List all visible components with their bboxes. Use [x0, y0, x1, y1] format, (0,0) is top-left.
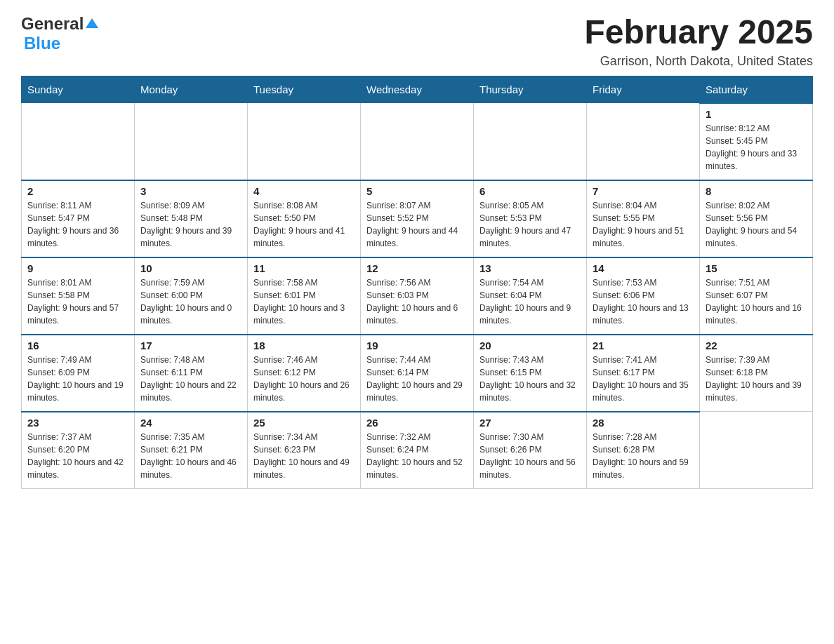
calendar-week-row-2: 2Sunrise: 8:11 AM Sunset: 5:47 PM Daylig… — [22, 180, 813, 257]
logo-general-text: General — [21, 14, 84, 34]
calendar-cell: 19Sunrise: 7:44 AM Sunset: 6:14 PM Dayli… — [361, 335, 474, 412]
calendar-cell: 9Sunrise: 8:01 AM Sunset: 5:58 PM Daylig… — [22, 257, 135, 335]
day-number: 8 — [706, 185, 807, 197]
calendar-cell: 10Sunrise: 7:59 AM Sunset: 6:00 PM Dayli… — [135, 257, 248, 335]
day-info: Sunrise: 7:28 AM Sunset: 6:28 PM Dayligh… — [593, 431, 694, 481]
day-info: Sunrise: 7:53 AM Sunset: 6:06 PM Dayligh… — [593, 276, 694, 327]
calendar-cell — [700, 412, 813, 489]
day-number: 2 — [27, 185, 128, 197]
day-number: 14 — [593, 262, 694, 274]
calendar-cell: 17Sunrise: 7:48 AM Sunset: 6:11 PM Dayli… — [135, 335, 248, 412]
calendar-cell: 6Sunrise: 8:05 AM Sunset: 5:53 PM Daylig… — [474, 180, 587, 257]
calendar-cell — [587, 103, 700, 180]
col-friday: Friday — [587, 76, 700, 103]
day-number: 1 — [706, 108, 807, 120]
day-info: Sunrise: 7:48 AM Sunset: 6:11 PM Dayligh… — [140, 354, 241, 404]
day-info: Sunrise: 8:04 AM Sunset: 5:55 PM Dayligh… — [593, 199, 694, 250]
day-info: Sunrise: 8:11 AM Sunset: 5:47 PM Dayligh… — [27, 199, 128, 250]
day-info: Sunrise: 7:46 AM Sunset: 6:12 PM Dayligh… — [253, 354, 355, 404]
col-wednesday: Wednesday — [361, 76, 474, 103]
day-info: Sunrise: 7:37 AM Sunset: 6:20 PM Dayligh… — [27, 431, 128, 481]
calendar-week-row-4: 16Sunrise: 7:49 AM Sunset: 6:09 PM Dayli… — [22, 335, 813, 412]
day-number: 17 — [140, 340, 241, 351]
calendar-cell: 25Sunrise: 7:34 AM Sunset: 6:23 PM Dayli… — [248, 412, 361, 489]
calendar-cell — [248, 103, 361, 180]
calendar-cell: 1Sunrise: 8:12 AM Sunset: 5:45 PM Daylig… — [700, 103, 813, 180]
calendar-cell: 5Sunrise: 8:07 AM Sunset: 5:52 PM Daylig… — [361, 180, 474, 257]
day-number: 15 — [706, 262, 807, 274]
day-number: 26 — [366, 417, 468, 429]
calendar-cell: 13Sunrise: 7:54 AM Sunset: 6:04 PM Dayli… — [474, 257, 587, 335]
day-info: Sunrise: 7:32 AM Sunset: 6:24 PM Dayligh… — [366, 431, 468, 481]
calendar-week-row-3: 9Sunrise: 8:01 AM Sunset: 5:58 PM Daylig… — [22, 257, 813, 335]
day-info: Sunrise: 8:07 AM Sunset: 5:52 PM Dayligh… — [366, 199, 468, 250]
day-info: Sunrise: 7:49 AM Sunset: 6:09 PM Dayligh… — [27, 354, 128, 404]
day-number: 7 — [593, 185, 694, 197]
day-number: 23 — [27, 417, 128, 429]
calendar-cell: 27Sunrise: 7:30 AM Sunset: 6:26 PM Dayli… — [474, 412, 587, 489]
col-tuesday: Tuesday — [248, 76, 361, 103]
col-thursday: Thursday — [474, 76, 587, 103]
logo-triangle-icon — [86, 18, 98, 28]
calendar-cell: 8Sunrise: 8:02 AM Sunset: 5:56 PM Daylig… — [700, 180, 813, 257]
day-info: Sunrise: 7:41 AM Sunset: 6:17 PM Dayligh… — [593, 354, 694, 404]
day-number: 13 — [479, 262, 581, 274]
calendar-cell: 14Sunrise: 7:53 AM Sunset: 6:06 PM Dayli… — [587, 257, 700, 335]
calendar-cell: 28Sunrise: 7:28 AM Sunset: 6:28 PM Dayli… — [587, 412, 700, 489]
day-info: Sunrise: 8:12 AM Sunset: 5:45 PM Dayligh… — [706, 122, 807, 173]
calendar-cell: 3Sunrise: 8:09 AM Sunset: 5:48 PM Daylig… — [135, 180, 248, 257]
location-text: Garrison, North Dakota, United States — [584, 54, 813, 69]
day-number: 24 — [140, 417, 241, 429]
month-title: February 2025 — [584, 14, 813, 51]
day-info: Sunrise: 7:54 AM Sunset: 6:04 PM Dayligh… — [479, 276, 581, 327]
day-number: 9 — [27, 262, 128, 274]
calendar-cell — [474, 103, 587, 180]
day-info: Sunrise: 7:35 AM Sunset: 6:21 PM Dayligh… — [140, 431, 241, 481]
calendar-cell: 26Sunrise: 7:32 AM Sunset: 6:24 PM Dayli… — [361, 412, 474, 489]
calendar-header-row: Sunday Monday Tuesday Wednesday Thursday… — [22, 76, 813, 103]
calendar-cell: 11Sunrise: 7:58 AM Sunset: 6:01 PM Dayli… — [248, 257, 361, 335]
logo: General Blue — [21, 14, 98, 53]
day-number: 20 — [479, 340, 581, 351]
calendar-table: Sunday Monday Tuesday Wednesday Thursday… — [21, 76, 813, 490]
calendar-cell — [361, 103, 474, 180]
day-info: Sunrise: 8:09 AM Sunset: 5:48 PM Dayligh… — [140, 199, 241, 250]
day-info: Sunrise: 7:51 AM Sunset: 6:07 PM Dayligh… — [706, 276, 807, 327]
calendar-cell: 12Sunrise: 7:56 AM Sunset: 6:03 PM Dayli… — [361, 257, 474, 335]
col-sunday: Sunday — [22, 76, 135, 103]
calendar-cell: 24Sunrise: 7:35 AM Sunset: 6:21 PM Dayli… — [135, 412, 248, 489]
calendar-cell: 21Sunrise: 7:41 AM Sunset: 6:17 PM Dayli… — [587, 335, 700, 412]
calendar-cell — [135, 103, 248, 180]
calendar-cell: 4Sunrise: 8:08 AM Sunset: 5:50 PM Daylig… — [248, 180, 361, 257]
calendar-cell: 15Sunrise: 7:51 AM Sunset: 6:07 PM Dayli… — [700, 257, 813, 335]
day-number: 16 — [27, 340, 128, 351]
col-monday: Monday — [135, 76, 248, 103]
day-number: 4 — [253, 185, 355, 197]
page-header: General Blue February 2025 Garrison, Nor… — [21, 14, 813, 69]
logo-blue-text: Blue — [24, 34, 60, 53]
day-number: 3 — [140, 185, 241, 197]
calendar-week-row-5: 23Sunrise: 7:37 AM Sunset: 6:20 PM Dayli… — [22, 412, 813, 489]
day-number: 27 — [479, 417, 581, 429]
day-number: 22 — [706, 340, 807, 351]
day-info: Sunrise: 7:44 AM Sunset: 6:14 PM Dayligh… — [366, 354, 468, 404]
day-info: Sunrise: 8:01 AM Sunset: 5:58 PM Dayligh… — [27, 276, 128, 327]
calendar-cell — [22, 103, 135, 180]
day-info: Sunrise: 8:08 AM Sunset: 5:50 PM Dayligh… — [253, 199, 355, 250]
day-info: Sunrise: 7:56 AM Sunset: 6:03 PM Dayligh… — [366, 276, 468, 327]
day-number: 10 — [140, 262, 241, 274]
calendar-cell: 23Sunrise: 7:37 AM Sunset: 6:20 PM Dayli… — [22, 412, 135, 489]
day-info: Sunrise: 8:02 AM Sunset: 5:56 PM Dayligh… — [706, 199, 807, 250]
calendar-cell: 16Sunrise: 7:49 AM Sunset: 6:09 PM Dayli… — [22, 335, 135, 412]
day-info: Sunrise: 8:05 AM Sunset: 5:53 PM Dayligh… — [479, 199, 581, 250]
day-number: 19 — [366, 340, 468, 351]
day-number: 18 — [253, 340, 355, 351]
day-number: 5 — [366, 185, 468, 197]
day-number: 11 — [253, 262, 355, 274]
calendar-cell: 7Sunrise: 8:04 AM Sunset: 5:55 PM Daylig… — [587, 180, 700, 257]
day-number: 28 — [593, 417, 694, 429]
calendar-cell: 18Sunrise: 7:46 AM Sunset: 6:12 PM Dayli… — [248, 335, 361, 412]
calendar-cell: 2Sunrise: 8:11 AM Sunset: 5:47 PM Daylig… — [22, 180, 135, 257]
calendar-week-row-1: 1Sunrise: 8:12 AM Sunset: 5:45 PM Daylig… — [22, 103, 813, 180]
day-number: 25 — [253, 417, 355, 429]
